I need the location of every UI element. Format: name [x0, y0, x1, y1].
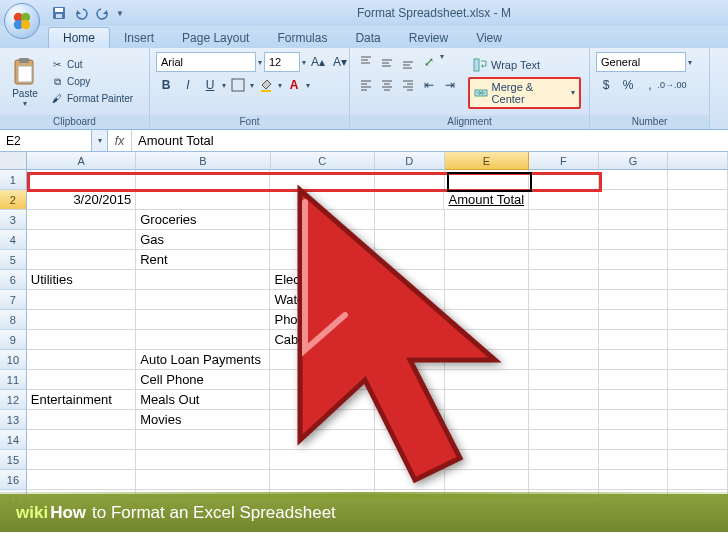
cell-E14[interactable]: [445, 430, 530, 450]
cell-D5[interactable]: [375, 250, 445, 270]
cell-D3[interactable]: [375, 210, 445, 230]
cell-F11[interactable]: [529, 370, 599, 390]
shrink-font-button[interactable]: A▾: [330, 52, 350, 72]
row-header-14[interactable]: 14: [0, 430, 27, 450]
cell-B9[interactable]: [136, 330, 270, 350]
cell-H3[interactable]: [668, 210, 728, 230]
row-header-10[interactable]: 10: [0, 350, 27, 370]
cell-G4[interactable]: [599, 230, 669, 250]
spreadsheet-grid[interactable]: A B C D E F G 123/20/2015Amount Total3Gr…: [0, 152, 728, 510]
cell-C5[interactable]: [270, 250, 374, 270]
cell-B5[interactable]: Rent: [136, 250, 270, 270]
font-size-combo[interactable]: [264, 52, 300, 72]
cell-F10[interactable]: [529, 350, 599, 370]
cell-B16[interactable]: [136, 470, 270, 490]
cell-G8[interactable]: [599, 310, 669, 330]
cell-G11[interactable]: [599, 370, 669, 390]
cell-F4[interactable]: [529, 230, 599, 250]
cell-B3[interactable]: Groceries: [136, 210, 270, 230]
row-header-7[interactable]: 7: [0, 290, 27, 310]
cell-E4[interactable]: [445, 230, 530, 250]
currency-button[interactable]: $: [596, 75, 616, 95]
undo-button[interactable]: [72, 4, 90, 22]
save-button[interactable]: [50, 4, 68, 22]
align-top-button[interactable]: [356, 52, 376, 72]
col-header-h[interactable]: [668, 152, 728, 170]
fill-dropdown-icon[interactable]: ▾: [278, 81, 282, 90]
underline-dropdown-icon[interactable]: ▾: [222, 81, 226, 90]
cut-button[interactable]: ✂Cut: [48, 57, 135, 73]
row-header-2[interactable]: 2: [0, 190, 27, 210]
border-button[interactable]: [228, 75, 248, 95]
row-header-16[interactable]: 16: [0, 470, 27, 490]
cell-E10[interactable]: [445, 350, 530, 370]
border-dropdown-icon[interactable]: ▾: [250, 81, 254, 90]
cell-C15[interactable]: [270, 450, 374, 470]
cell-D2[interactable]: [375, 190, 445, 210]
cell-G15[interactable]: [599, 450, 669, 470]
cell-C13[interactable]: [270, 410, 374, 430]
cell-G12[interactable]: [599, 390, 669, 410]
cell-G5[interactable]: [599, 250, 669, 270]
cell-H9[interactable]: [668, 330, 728, 350]
cell-D11[interactable]: [375, 370, 445, 390]
cell-A15[interactable]: [27, 450, 136, 470]
cell-G9[interactable]: [599, 330, 669, 350]
cell-F1[interactable]: [529, 170, 599, 190]
fill-color-button[interactable]: [256, 75, 276, 95]
cell-F8[interactable]: [529, 310, 599, 330]
cell-D13[interactable]: [375, 410, 445, 430]
cell-C2[interactable]: [270, 190, 374, 210]
bold-button[interactable]: B: [156, 75, 176, 95]
cell-A5[interactable]: [27, 250, 136, 270]
cell-F14[interactable]: [529, 430, 599, 450]
col-header-b[interactable]: B: [136, 152, 270, 170]
cell-E6[interactable]: [445, 270, 530, 290]
cell-D4[interactable]: [375, 230, 445, 250]
cell-F12[interactable]: [529, 390, 599, 410]
row-header-4[interactable]: 4: [0, 230, 27, 250]
cell-H16[interactable]: [668, 470, 728, 490]
cell-D14[interactable]: [375, 430, 445, 450]
cell-B1[interactable]: [136, 170, 270, 190]
cell-H6[interactable]: [668, 270, 728, 290]
cell-G3[interactable]: [599, 210, 669, 230]
col-header-g[interactable]: G: [599, 152, 669, 170]
align-left-button[interactable]: [356, 75, 376, 95]
cell-E1[interactable]: [445, 170, 530, 190]
increase-indent-button[interactable]: ⇥: [440, 75, 460, 95]
tab-view[interactable]: View: [462, 28, 516, 48]
cell-A9[interactable]: [27, 330, 136, 350]
cell-D10[interactable]: [375, 350, 445, 370]
merge-dropdown-icon[interactable]: ▾: [571, 88, 575, 97]
cell-B10[interactable]: Auto Loan Payments: [136, 350, 270, 370]
cell-H2[interactable]: [668, 190, 728, 210]
cell-E13[interactable]: [445, 410, 530, 430]
paste-button[interactable]: Paste: [12, 88, 38, 99]
cell-B14[interactable]: [136, 430, 270, 450]
col-header-c[interactable]: C: [271, 152, 375, 170]
cell-C3[interactable]: [270, 210, 374, 230]
cell-C4[interactable]: [270, 230, 374, 250]
cell-E2[interactable]: Amount Total: [444, 190, 529, 210]
wrap-text-button[interactable]: Wrap Text: [468, 55, 581, 75]
formula-bar[interactable]: Amount Total: [132, 130, 728, 151]
col-header-d[interactable]: D: [375, 152, 445, 170]
cell-E3[interactable]: [445, 210, 530, 230]
cell-B15[interactable]: [136, 450, 270, 470]
cell-B2[interactable]: [136, 190, 270, 210]
name-box-dropdown[interactable]: ▾: [92, 130, 108, 151]
fx-button[interactable]: fx: [108, 130, 132, 151]
cell-A16[interactable]: [27, 470, 136, 490]
cell-A12[interactable]: Entertainment: [27, 390, 136, 410]
cell-E16[interactable]: [445, 470, 530, 490]
office-button[interactable]: [4, 3, 40, 39]
cell-C11[interactable]: [270, 370, 374, 390]
font-color-dropdown-icon[interactable]: ▾: [306, 81, 310, 90]
tab-insert[interactable]: Insert: [110, 28, 168, 48]
cell-D12[interactable]: [375, 390, 445, 410]
increase-decimal-button[interactable]: .0→.00: [662, 75, 682, 95]
row-header-9[interactable]: 9: [0, 330, 27, 350]
number-format-combo[interactable]: [596, 52, 686, 72]
tab-review[interactable]: Review: [395, 28, 462, 48]
